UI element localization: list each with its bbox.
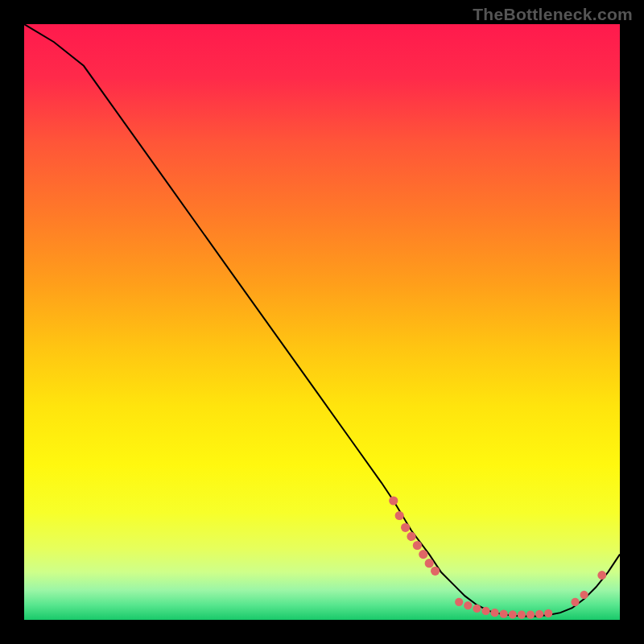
curve-marker: [473, 605, 481, 613]
curve-marker: [535, 610, 543, 618]
curve-marker: [518, 611, 526, 619]
curve-marker: [464, 601, 472, 609]
chart-stage: TheBottleneck.com: [0, 0, 644, 644]
curve-marker: [425, 559, 434, 568]
gradient-background: [24, 24, 620, 620]
curve-marker: [526, 611, 535, 619]
chart-svg: [24, 24, 620, 620]
curve-marker: [509, 610, 517, 618]
curve-marker: [431, 567, 440, 576]
curve-marker: [481, 607, 489, 615]
curve-marker: [597, 571, 606, 580]
curve-marker: [490, 609, 498, 617]
curve-marker: [395, 511, 404, 520]
curve-marker: [407, 532, 415, 541]
curve-marker: [571, 598, 579, 606]
curve-marker: [544, 609, 552, 617]
curve-marker: [401, 523, 410, 532]
curve-marker: [580, 591, 588, 599]
curve-marker: [500, 609, 508, 617]
curve-marker: [389, 496, 398, 505]
curve-marker: [413, 541, 422, 550]
curve-marker: [455, 598, 463, 606]
curve-marker: [419, 550, 427, 559]
plot-area: [24, 24, 620, 620]
watermark-label: TheBottleneck.com: [473, 5, 633, 24]
